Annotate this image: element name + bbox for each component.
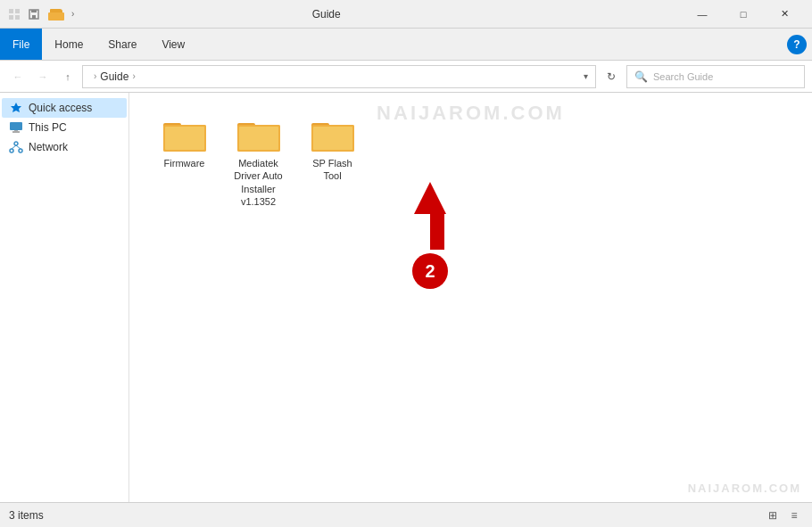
- path-dropdown-arrow[interactable]: ▾: [584, 71, 588, 81]
- folder-mediatek-icon: [237, 118, 280, 153]
- svg-point-12: [10, 149, 13, 152]
- folder-icon-group: [50, 9, 62, 19]
- svg-point-13: [19, 149, 22, 152]
- tab-share[interactable]: Share: [95, 29, 149, 60]
- svg-rect-9: [12, 131, 20, 133]
- watermark-bottom-right: NAIJAROM.COM: [688, 482, 801, 495]
- sidebar: Quick access This PC: [0, 93, 129, 502]
- up-button[interactable]: ↑: [57, 66, 79, 87]
- folder-mediatek[interactable]: Mediatek Driver Auto Installer v1.1352: [225, 114, 292, 211]
- folder-firmware-icon: [163, 118, 206, 153]
- path-chevron2: ›: [132, 71, 135, 81]
- svg-line-14: [12, 145, 16, 149]
- folders-container: Firmware Mediatek Driver Auto Installer …: [144, 107, 798, 218]
- svg-rect-19: [165, 127, 204, 150]
- content-area: NAIJAROM.COM Firmware: [129, 93, 812, 502]
- star-icon: [9, 101, 23, 115]
- folder-firmware[interactable]: Firmware: [151, 114, 218, 173]
- path-chevron: ›: [94, 71, 96, 81]
- svg-rect-23: [239, 127, 278, 150]
- minimize-button[interactable]: —: [682, 0, 723, 29]
- pc-icon: [9, 120, 23, 135]
- folder-sp-flash-tool-icon: [311, 118, 354, 153]
- network-icon: [9, 140, 23, 154]
- folder-firmware-label: Firmware: [164, 157, 205, 169]
- title-bar: › Guide — □ ✕: [0, 0, 812, 29]
- svg-marker-7: [11, 103, 21, 112]
- path-segment-guide: Guide: [100, 70, 128, 83]
- list-view-button[interactable]: ≡: [785, 506, 803, 524]
- network-label: Network: [29, 141, 68, 153]
- items-count: 3 items: [9, 509, 44, 522]
- quick-access-label: Quick access: [29, 102, 92, 114]
- window-title: Guide: [0, 8, 682, 21]
- window-controls: — □ ✕: [682, 0, 805, 29]
- search-placeholder: Search Guide: [653, 71, 713, 82]
- svg-line-15: [16, 145, 21, 149]
- arrow-stem-shape: [430, 214, 444, 250]
- sidebar-item-network[interactable]: Network: [2, 137, 127, 157]
- tab-home[interactable]: Home: [42, 29, 95, 60]
- back-button[interactable]: ←: [7, 66, 29, 87]
- view-controls: ⊞ ≡: [764, 506, 803, 524]
- sidebar-item-quick-access[interactable]: Quick access: [2, 98, 127, 118]
- maximize-button[interactable]: □: [723, 0, 764, 29]
- tab-view[interactable]: View: [149, 29, 197, 60]
- sidebar-item-this-pc[interactable]: This PC: [2, 118, 127, 137]
- help-button[interactable]: ?: [787, 35, 807, 54]
- annotation-number-badge: 2: [412, 253, 448, 289]
- folder-sp-flash-tool-label: SP Flash Tool: [302, 157, 362, 183]
- svg-point-11: [14, 142, 18, 145]
- search-box[interactable]: 🔍 Search Guide: [626, 65, 805, 88]
- main-layout: Quick access This PC: [0, 93, 812, 502]
- ribbon-bar: File Home Share View ?: [0, 29, 812, 61]
- folder-mediatek-label: Mediatek Driver Auto Installer v1.1352: [228, 157, 288, 208]
- svg-rect-10: [14, 130, 18, 131]
- grid-view-button[interactable]: ⊞: [764, 506, 782, 524]
- close-button[interactable]: ✕: [764, 0, 805, 29]
- status-bar: 3 items ⊞ ≡: [0, 502, 812, 527]
- address-bar: ← → ↑ › Guide › ▾ ↻ 🔍 Search Guide: [0, 61, 812, 93]
- folder-sp-flash-tool[interactable]: SP Flash Tool: [299, 114, 366, 186]
- refresh-button[interactable]: ↻: [600, 65, 623, 88]
- this-pc-label: This PC: [29, 121, 67, 134]
- search-icon: 🔍: [634, 70, 648, 83]
- svg-rect-8: [10, 122, 22, 130]
- forward-button[interactable]: →: [32, 66, 54, 87]
- svg-rect-27: [313, 127, 352, 150]
- address-path-box[interactable]: › Guide › ▾: [82, 65, 596, 88]
- tab-file[interactable]: File: [0, 29, 42, 60]
